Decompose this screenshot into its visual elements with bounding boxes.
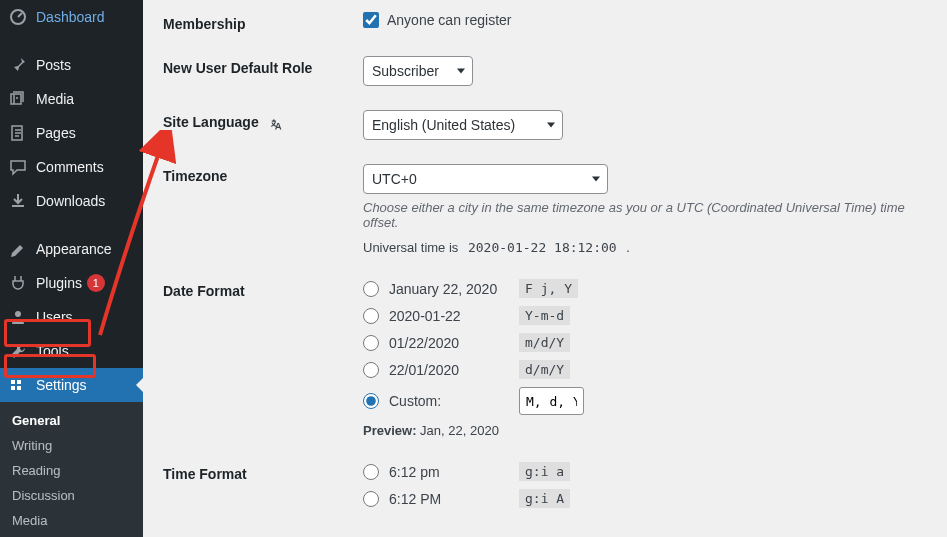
svg-point-3 xyxy=(15,311,21,317)
membership-checkbox-label: Anyone can register xyxy=(387,12,512,28)
translate-icon xyxy=(267,115,283,131)
sidebar-item-plugins[interactable]: Plugins1 xyxy=(0,266,143,300)
time-format-radio[interactable] xyxy=(363,491,379,507)
time-format-radio[interactable] xyxy=(363,464,379,480)
svg-rect-5 xyxy=(17,380,21,384)
time-format-option[interactable]: 6:12 pmg:i a xyxy=(363,462,927,481)
sidebar-item-label: Settings xyxy=(36,377,87,393)
settings-submenu: GeneralWritingReadingDiscussionMediaPerm… xyxy=(0,402,143,537)
date-format-custom-radio[interactable] xyxy=(363,393,379,409)
membership-checkbox[interactable] xyxy=(363,12,379,28)
comments-icon xyxy=(8,157,28,177)
date-format-code: Y-m-d xyxy=(519,306,570,325)
time-format-code: g:i a xyxy=(519,462,570,481)
dashboard-icon xyxy=(8,7,28,27)
date-format-custom[interactable]: Custom: xyxy=(363,387,927,415)
downloads-icon xyxy=(8,191,28,211)
time-format-label: Time Format xyxy=(163,462,363,482)
date-format-display: 2020-01-22 xyxy=(389,308,519,324)
membership-checkbox-row[interactable]: Anyone can register xyxy=(363,12,927,28)
settings-icon xyxy=(8,375,28,395)
date-format-code: m/d/Y xyxy=(519,333,570,352)
sidebar-item-comments[interactable]: Comments xyxy=(0,150,143,184)
date-format-radio[interactable] xyxy=(363,362,379,378)
sidebar-item-appearance[interactable]: Appearance xyxy=(0,232,143,266)
svg-point-1 xyxy=(16,97,18,99)
svg-rect-4 xyxy=(11,380,15,384)
sidebar-item-media[interactable]: Media xyxy=(0,82,143,116)
date-format-display: 22/01/2020 xyxy=(389,362,519,378)
time-format-option[interactable]: 6:12 PMg:i A xyxy=(363,489,927,508)
timezone-description: Choose either a city in the same timezon… xyxy=(363,200,927,230)
sidebar-item-dashboard[interactable]: Dashboard xyxy=(0,0,143,34)
tools-icon xyxy=(8,341,28,361)
site-language-label: Site Language xyxy=(163,110,363,131)
time-format-code: g:i A xyxy=(519,489,570,508)
sidebar-item-users[interactable]: Users xyxy=(0,300,143,334)
sidebar-item-settings[interactable]: Settings xyxy=(0,368,143,402)
sidebar-item-label: Appearance xyxy=(36,241,112,257)
submenu-item-media[interactable]: Media xyxy=(0,508,143,533)
sidebar-item-label: Users xyxy=(36,309,73,325)
settings-general-content: Membership Anyone can register New User … xyxy=(143,0,947,537)
date-format-custom-input[interactable] xyxy=(519,387,584,415)
date-format-label: Date Format xyxy=(163,279,363,299)
submenu-item-writing[interactable]: Writing xyxy=(0,433,143,458)
sidebar-item-label: Downloads xyxy=(36,193,105,209)
membership-label: Membership xyxy=(163,12,363,32)
plugins-icon xyxy=(8,273,28,293)
pin-icon xyxy=(8,55,28,75)
date-format-preview: Preview: Jan, 22, 2020 xyxy=(363,423,927,438)
universal-time-text: Universal time is 2020-01-22 18:12:00 . xyxy=(363,240,927,255)
submenu-item-general[interactable]: General xyxy=(0,408,143,433)
sidebar-item-label: Tools xyxy=(36,343,69,359)
date-format-display: 01/22/2020 xyxy=(389,335,519,351)
submenu-item-reading[interactable]: Reading xyxy=(0,458,143,483)
sidebar-item-label: Plugins xyxy=(36,275,82,291)
time-format-display: 6:12 pm xyxy=(389,464,519,480)
sidebar-item-label: Media xyxy=(36,91,74,107)
date-format-option[interactable]: 01/22/2020m/d/Y xyxy=(363,333,927,352)
date-format-radio[interactable] xyxy=(363,335,379,351)
media-icon xyxy=(8,89,28,109)
date-format-display: January 22, 2020 xyxy=(389,281,519,297)
pages-icon xyxy=(8,123,28,143)
date-format-radio[interactable] xyxy=(363,281,379,297)
date-format-option[interactable]: 2020-01-22Y-m-d xyxy=(363,306,927,325)
svg-rect-6 xyxy=(11,386,15,390)
default-role-label: New User Default Role xyxy=(163,56,363,76)
timezone-select[interactable]: UTC+0 xyxy=(363,164,608,194)
date-format-option[interactable]: January 22, 2020F j, Y xyxy=(363,279,927,298)
sidebar-item-label: Pages xyxy=(36,125,76,141)
submenu-item-permalinks[interactable]: Permalinks xyxy=(0,533,143,537)
date-format-code: F j, Y xyxy=(519,279,578,298)
sidebar-item-label: Comments xyxy=(36,159,104,175)
date-format-radio[interactable] xyxy=(363,308,379,324)
time-format-display: 6:12 PM xyxy=(389,491,519,507)
date-format-custom-label: Custom: xyxy=(389,393,519,409)
sidebar-item-pages[interactable]: Pages xyxy=(0,116,143,150)
date-format-option[interactable]: 22/01/2020d/m/Y xyxy=(363,360,927,379)
admin-sidebar: DashboardPostsMediaPagesCommentsDownload… xyxy=(0,0,143,537)
date-format-code: d/m/Y xyxy=(519,360,570,379)
sidebar-item-tools[interactable]: Tools xyxy=(0,334,143,368)
sidebar-item-label: Posts xyxy=(36,57,71,73)
site-language-select[interactable]: English (United States) xyxy=(363,110,563,140)
update-badge: 1 xyxy=(87,274,105,292)
sidebar-item-downloads[interactable]: Downloads xyxy=(0,184,143,218)
users-icon xyxy=(8,307,28,327)
appearance-icon xyxy=(8,239,28,259)
sidebar-item-posts[interactable]: Posts xyxy=(0,48,143,82)
default-role-select[interactable]: Subscriber xyxy=(363,56,473,86)
sidebar-item-label: Dashboard xyxy=(36,9,105,25)
submenu-item-discussion[interactable]: Discussion xyxy=(0,483,143,508)
svg-rect-7 xyxy=(17,386,21,390)
timezone-label: Timezone xyxy=(163,164,363,184)
